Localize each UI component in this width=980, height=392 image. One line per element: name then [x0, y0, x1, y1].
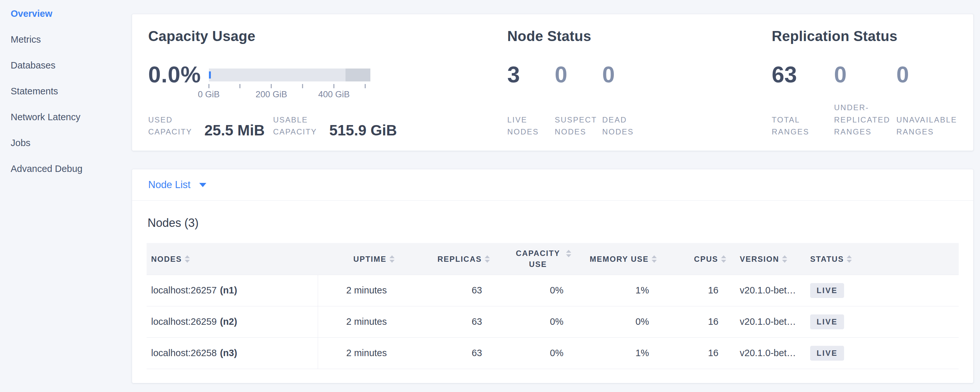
sort-icon: [390, 255, 395, 263]
cell-memory-use: 1%: [572, 275, 657, 306]
node-status-section: Node Status 3LIVE NODES0SUSPECT NODES0DE…: [507, 29, 772, 138]
cell-node: localhost:26257(n1): [146, 275, 318, 306]
cell-node: localhost:26259(n2): [146, 306, 318, 337]
axis-tick: [208, 84, 209, 88]
axis-tick: [302, 84, 303, 88]
sort-icon: [782, 255, 787, 263]
nodes-table: NODESUPTIMEREPLICASCAPACITY USEMEMORY US…: [146, 243, 959, 369]
column-label: MEMORY USE: [590, 255, 649, 264]
sort-icon: [485, 255, 490, 263]
cell-replicas: 63: [395, 337, 490, 369]
node-id: (n3): [220, 348, 237, 358]
cell-replicas: 63: [395, 275, 490, 306]
capacity-used-percent: 0.0%: [148, 63, 201, 86]
node-address: localhost:26258: [151, 348, 217, 358]
column-label: CPUS: [694, 255, 718, 264]
cell-cpus: 16: [657, 275, 727, 306]
status-badge: LIVE: [810, 314, 844, 329]
column-label: UPTIME: [353, 255, 387, 264]
stat-label: SUSPECT NODES: [555, 114, 602, 138]
cell-cpus: 16: [657, 337, 727, 369]
stat-suspect-nodes: 0SUSPECT NODES: [555, 63, 602, 138]
stat-value: 0: [834, 63, 896, 86]
column-label: CAPACITY USE: [513, 248, 563, 269]
cell-capacity-use: 0%: [490, 337, 572, 369]
axis-tick: [240, 84, 240, 88]
capacity-bar-chart: 0 GiB200 GiB400 GiB: [209, 69, 371, 99]
replication-status-stats: 63TOTAL RANGES0UNDER-REPLICATED RANGES0U…: [772, 63, 960, 138]
capacity-metric-value: 515.9 GiB: [329, 123, 397, 138]
column-header-capacity-use[interactable]: CAPACITY USE: [490, 243, 572, 275]
column-label: NODES: [151, 255, 182, 264]
column-header-memory-use[interactable]: MEMORY USE: [572, 243, 657, 275]
node-list-dropdown[interactable]: Node List: [148, 179, 206, 191]
stat-value: 0: [555, 63, 602, 86]
replication-status-section: Replication Status 63TOTAL RANGES0UNDER-…: [772, 29, 973, 138]
capacity-axis-ticks: [209, 81, 371, 88]
stat-dead-nodes: 0DEAD NODES: [602, 63, 650, 138]
node-list-dropdown-label: Node List: [148, 179, 191, 191]
stat-label: UNAVAILABLE RANGES: [896, 114, 958, 138]
cell-uptime: 2 minutes: [318, 275, 395, 306]
node-status-stats: 3LIVE NODES0SUSPECT NODES0DEAD NODES: [507, 63, 772, 138]
axis-tick-label: 0 GiB: [198, 89, 220, 100]
capacity-axis-labels: 0 GiB200 GiB400 GiB: [209, 89, 371, 99]
cell-status: LIVE: [802, 337, 959, 369]
sidebar-item-network-latency[interactable]: Network Latency: [0, 104, 127, 130]
cell-memory-use: 0%: [572, 306, 657, 337]
axis-tick-label: 200 GiB: [256, 89, 287, 100]
cell-uptime: 2 minutes: [318, 306, 395, 337]
nodes-table-head-row: NODESUPTIMEREPLICASCAPACITY USEMEMORY US…: [146, 243, 959, 275]
node-address: localhost:26257: [151, 285, 217, 295]
column-header-nodes[interactable]: NODES: [146, 243, 318, 275]
stat-label: TOTAL RANGES: [772, 114, 833, 138]
cell-replicas: 63: [395, 306, 490, 337]
column-header-cpus[interactable]: CPUS: [657, 243, 727, 275]
sort-icon: [721, 255, 726, 263]
column-header-version[interactable]: VERSION: [727, 243, 802, 275]
sidebar-item-overview[interactable]: Overview: [0, 1, 127, 27]
axis-tick: [271, 84, 272, 88]
capacity-bar-used: [209, 72, 211, 78]
stat-value: 0: [896, 63, 959, 86]
cell-version: v20.1.0-bet…: [727, 337, 802, 369]
chevron-down-icon: [199, 183, 206, 187]
capacity-metric-value: 25.5 MiB: [204, 123, 265, 138]
cell-version: v20.1.0-bet…: [727, 306, 802, 337]
node-status-title: Node Status: [507, 29, 772, 44]
stat-value: 3: [507, 63, 555, 86]
stat-value: 0: [602, 63, 650, 86]
sort-icon: [652, 255, 657, 263]
nodes-table-wrap: NODESUPTIMEREPLICASCAPACITY USEMEMORY US…: [146, 243, 959, 369]
sidebar-item-databases[interactable]: Databases: [0, 53, 127, 78]
stat-label: DEAD NODES: [602, 114, 650, 138]
column-label: REPLICAS: [438, 255, 482, 264]
axis-tick-label: 400 GiB: [318, 89, 350, 100]
stat-under-replicated-ranges: 0UNDER-REPLICATED RANGES: [834, 63, 896, 138]
column-label: VERSION: [740, 255, 779, 264]
cell-uptime: 2 minutes: [318, 337, 395, 369]
sort-icon: [185, 255, 190, 263]
cluster-summary-panel: Capacity Usage 0.0% 0 GiB200 GiB400 GiB …: [132, 14, 974, 151]
sidebar-item-jobs[interactable]: Jobs: [0, 130, 127, 156]
capacity-usage-row: 0.0% 0 GiB200 GiB400 GiB: [148, 63, 507, 99]
capacity-metric: USABLE CAPACITY515.9 GiB: [273, 114, 397, 138]
nodes-heading: Nodes (3): [148, 216, 973, 230]
column-header-replicas[interactable]: REPLICAS: [395, 243, 490, 275]
cell-status: LIVE: [802, 306, 959, 337]
column-header-status[interactable]: STATUS: [802, 243, 959, 275]
status-badge: LIVE: [810, 283, 844, 298]
capacity-metric-label: USABLE CAPACITY: [273, 114, 317, 138]
sidebar-item-statements[interactable]: Statements: [0, 78, 127, 104]
sort-icon: [566, 250, 571, 257]
sidebar-item-metrics[interactable]: Metrics: [0, 27, 127, 53]
stat-total-ranges: 63TOTAL RANGES: [772, 63, 834, 138]
column-header-uptime[interactable]: UPTIME: [318, 243, 395, 275]
axis-tick: [365, 84, 366, 88]
cell-memory-use: 1%: [572, 337, 657, 369]
cell-version: v20.1.0-bet…: [727, 275, 802, 306]
capacity-metrics: USED CAPACITY25.5 MiBUSABLE CAPACITY515.…: [148, 114, 507, 138]
table-row: localhost:26257(n1)2 minutes630%1%16v20.…: [146, 275, 959, 306]
cell-cpus: 16: [657, 306, 727, 337]
sidebar-item-advanced-debug[interactable]: Advanced Debug: [0, 156, 127, 182]
